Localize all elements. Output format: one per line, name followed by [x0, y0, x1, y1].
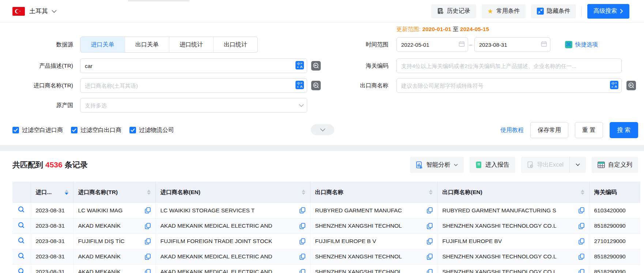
sort-icon[interactable]: [429, 190, 433, 195]
copy-icon[interactable]: [145, 223, 151, 229]
row-detail-search-icon[interactable]: [18, 206, 25, 213]
time-range-label: 时间范围: [315, 37, 388, 52]
table-row[interactable]: 2023-08-31LC WAIKIKI MAGLC WAIKIKI STORA…: [12, 203, 640, 218]
hide-conditions-button[interactable]: 隐藏条件: [531, 4, 576, 18]
copy-icon[interactable]: [300, 207, 305, 213]
sort-icon[interactable]: [581, 190, 584, 195]
export-excel-button[interactable]: 导出Excel: [521, 157, 570, 173]
tab-export-declarations[interactable]: 出口关单: [125, 37, 169, 52]
cell-importer-en: LC WAIKIKI STORAGE SERVICES T: [155, 203, 310, 218]
row-detail-cell[interactable]: [12, 234, 31, 249]
copy-icon[interactable]: [427, 223, 433, 229]
tab-import-statistics[interactable]: 进口统计: [169, 37, 213, 52]
enter-report-button[interactable]: 进入报告: [470, 157, 515, 173]
checkbox-checked-icon: [12, 127, 19, 133]
copy-icon[interactable]: [145, 238, 151, 244]
filter-logistics-checkbox[interactable]: 过滤物流公司: [129, 126, 174, 134]
advanced-search-button[interactable]: 高级搜索: [587, 4, 629, 19]
copy-icon[interactable]: [427, 254, 433, 260]
copy-icon[interactable]: [300, 238, 305, 244]
table-row[interactable]: 2023-08-31AKAD MEKANİKAKAD MEKANIK MEDIC…: [12, 218, 640, 234]
chevron-down-icon[interactable]: [52, 8, 57, 15]
product-desc-input[interactable]: [80, 58, 307, 73]
tab-import-declarations[interactable]: 进口关单: [80, 37, 125, 52]
filter-blank-importer-checkbox[interactable]: 过滤空白进口商: [12, 126, 63, 134]
copy-icon[interactable]: [579, 238, 584, 244]
reset-button[interactable]: 重 置: [575, 122, 603, 138]
export-icon: [527, 161, 534, 168]
update-range-text: 更新范围: 2020-01-01 至 2024-05-15: [396, 26, 489, 33]
copy-icon[interactable]: [579, 269, 584, 273]
exporter-name-input[interactable]: [396, 78, 622, 93]
importer-name-input[interactable]: [80, 78, 307, 93]
table-row[interactable]: 2023-08-31AKAD MEKANİKAKAD MEKANIK MEDIC…: [12, 264, 640, 273]
history-button[interactable]: 历史记录: [431, 4, 476, 18]
table-row[interactable]: 2023-08-31AKAD MEKANİKAKAD MEKANIK MEDIC…: [12, 249, 640, 264]
result-count-number: 4536: [45, 160, 63, 169]
copy-icon[interactable]: [427, 238, 433, 244]
copy-icon[interactable]: [145, 207, 151, 213]
start-date-input[interactable]: [396, 37, 468, 52]
copy-icon[interactable]: [300, 223, 305, 229]
favorites-label: 常用条件: [496, 7, 520, 15]
row-detail-cell[interactable]: [12, 249, 31, 264]
header-import-date[interactable]: 进口...: [31, 182, 73, 203]
header-exporter[interactable]: 出口商名称: [310, 182, 437, 203]
row-detail-cell[interactable]: [12, 218, 31, 234]
copy-icon[interactable]: [145, 269, 151, 273]
row-detail-search-icon[interactable]: [18, 222, 25, 229]
row-detail-search-icon[interactable]: [18, 237, 25, 244]
copy-icon[interactable]: [427, 207, 433, 213]
sort-icon[interactable]: [302, 190, 305, 195]
copy-icon[interactable]: [300, 269, 305, 273]
row-detail-cell[interactable]: [12, 203, 31, 218]
copy-icon[interactable]: [579, 207, 584, 213]
origin-country-select[interactable]: [80, 98, 307, 113]
chevron-right-icon: [620, 9, 623, 14]
tutorial-link[interactable]: 使用教程: [500, 126, 524, 134]
hs-code-input[interactable]: [396, 58, 622, 73]
export-options-button[interactable]: [570, 157, 586, 173]
copy-icon[interactable]: [579, 223, 584, 229]
chevron-down-icon[interactable]: [299, 102, 304, 109]
filter-blank-exporter-checkbox[interactable]: 过滤空白出口商: [71, 126, 121, 134]
enter-report-label: 进入报告: [485, 161, 509, 169]
end-date-input[interactable]: [474, 37, 550, 52]
smart-analysis-button[interactable]: BI 智能分析: [410, 157, 464, 173]
copy-icon[interactable]: [579, 254, 584, 260]
header-exporter-en[interactable]: 出口商名称(EN): [437, 182, 589, 203]
translate-icon[interactable]: 中 A: [295, 61, 304, 71]
advanced-search-label: 高级搜索: [594, 7, 617, 15]
country-selector-label[interactable]: 土耳其: [29, 7, 48, 15]
tab-export-statistics[interactable]: 出口统计: [213, 37, 257, 52]
favorite-conditions-button[interactable]: ★ 常用条件: [482, 4, 526, 18]
sort-icon[interactable]: [147, 190, 151, 195]
row-detail-search-icon[interactable]: [18, 268, 25, 273]
exclude-search-icon[interactable]: [626, 81, 636, 91]
cell-importer-en: FUJIFILM FOREIGN TRADE JOINT STOCK: [155, 234, 310, 249]
search-button[interactable]: 搜 索: [610, 122, 638, 138]
customize-columns-button[interactable]: 自定义列: [592, 157, 638, 173]
header-importer-en[interactable]: 进口商名称(EN): [155, 182, 310, 203]
row-detail-cell[interactable]: [12, 264, 31, 273]
cell-exporter: SHENZHEN XANGSHI TECHNOL: [310, 264, 437, 273]
header-importer-tr[interactable]: 进口商名称(TR): [73, 182, 155, 203]
copy-icon[interactable]: [300, 254, 305, 260]
copy-icon[interactable]: [427, 269, 433, 273]
cell-hs-code: 2710129000: [589, 234, 640, 249]
save-favorite-button[interactable]: 保存常用: [530, 122, 568, 138]
collapse-form-button[interactable]: [311, 124, 334, 135]
filter-label: 过滤物流公司: [139, 126, 174, 134]
translate-icon[interactable]: 中 A: [610, 81, 618, 90]
copy-icon[interactable]: [145, 254, 151, 260]
translate-icon[interactable]: 中 A: [295, 81, 304, 90]
customize-columns-label: 自定义列: [608, 161, 632, 169]
top-edge-strip: [128, 0, 189, 1]
quick-options-button[interactable]: ⌘ 快捷选项: [565, 37, 598, 52]
row-detail-search-icon[interactable]: [18, 253, 25, 259]
command-icon: ⌘: [565, 41, 572, 48]
table-row[interactable]: 2023-08-31FUJIFILM DIŞ TİCFUJIFILM FOREI…: [12, 234, 640, 249]
cell-exporter: FUJIFILM EUROPE B V: [310, 234, 437, 249]
sort-icon[interactable]: [65, 190, 68, 195]
history-icon: [437, 8, 444, 15]
